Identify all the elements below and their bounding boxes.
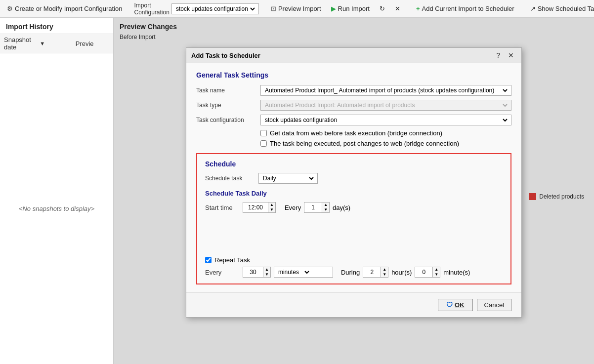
task-name-row: Task name Automated Product Import_ Auto… bbox=[196, 85, 511, 96]
every-minutes-input[interactable] bbox=[243, 268, 263, 277]
add-task-dialog: Add Task to Scheduler ? ✕ General Task S… bbox=[186, 47, 522, 318]
preview-col: Previe bbox=[76, 40, 109, 47]
during-h-up[interactable]: ▲ bbox=[381, 267, 388, 272]
task-name-select[interactable]: Automated Product Import_ Automated impo… bbox=[263, 86, 509, 94]
dialog-close-btn[interactable]: ✕ bbox=[506, 51, 516, 60]
web-after-label: The task being executed, post changes to… bbox=[270, 140, 459, 147]
every-min-up[interactable]: ▲ bbox=[263, 267, 270, 272]
ok-button[interactable]: 🛡 OK bbox=[438, 299, 473, 311]
start-time-arrows: ▲ ▼ bbox=[268, 202, 275, 212]
schedule-section: Schedule Schedule task Daily Weekly Mont… bbox=[196, 153, 511, 284]
add-scheduler-btn[interactable]: + Add Current Import to Scheduler bbox=[412, 3, 518, 14]
dialog-body: General Task Settings Task name Automate… bbox=[186, 63, 521, 292]
during-m-down[interactable]: ▼ bbox=[433, 272, 440, 277]
preview-icon: ⊡ bbox=[271, 5, 276, 12]
modal-overlay: Add Task to Scheduler ? ✕ General Task S… bbox=[114, 18, 594, 364]
run-import-btn[interactable]: ▶ Run Import bbox=[327, 3, 374, 14]
show-icon: ↗ bbox=[530, 5, 536, 12]
task-type-select: Automated Product Import: Automated impo… bbox=[263, 101, 509, 109]
start-time-down[interactable]: ▼ bbox=[268, 207, 275, 212]
task-name-control[interactable]: Automated Product Import_ Automated impo… bbox=[260, 85, 511, 96]
during-minutes-arrows: ▲ ▼ bbox=[432, 267, 440, 277]
start-time-spinner[interactable]: ▲ ▼ bbox=[243, 202, 276, 213]
preview-import-btn[interactable]: ⊡ Preview Import bbox=[267, 3, 325, 14]
preview-label: Preview Import bbox=[278, 5, 321, 12]
filter-icon: ▼ bbox=[40, 40, 73, 46]
start-time-input[interactable] bbox=[243, 203, 268, 212]
start-time-label: Start time bbox=[205, 204, 240, 211]
every-input[interactable] bbox=[304, 203, 322, 212]
repeat-task-row: Repeat Task bbox=[205, 256, 503, 264]
minutes-dropdown[interactable]: minutes hours bbox=[274, 267, 333, 278]
cancel-label: Cancel bbox=[484, 301, 504, 309]
task-type-row: Task type Automated Product Import: Auto… bbox=[196, 100, 511, 111]
minutes-suffix-label: minute(s) bbox=[443, 269, 470, 276]
every-down[interactable]: ▼ bbox=[322, 207, 329, 212]
every-arrows: ▲ ▼ bbox=[322, 202, 329, 212]
every-minutes-label: Every bbox=[205, 269, 240, 276]
ok-label: OK bbox=[455, 301, 465, 309]
start-time-up[interactable]: ▲ bbox=[268, 202, 275, 207]
every-minutes-arrows: ▲ ▼ bbox=[263, 267, 270, 277]
schedule-task-dropdown[interactable]: Daily Weekly Monthly Once bbox=[258, 173, 318, 184]
task-config-row: Task configuration stock updates configu… bbox=[196, 115, 511, 125]
during-hours-input[interactable] bbox=[363, 268, 381, 277]
during-minutes-input[interactable] bbox=[415, 268, 432, 277]
during-h-down[interactable]: ▼ bbox=[381, 272, 388, 277]
task-config-control[interactable]: stock updates configuration bbox=[260, 115, 511, 125]
dialog-help-btn[interactable]: ? bbox=[494, 51, 503, 60]
show-tasks-label: Show Scheduled Tasks bbox=[538, 5, 594, 12]
schedule-task-row: Schedule task Daily Weekly Monthly Once bbox=[205, 173, 503, 184]
cancel-button[interactable]: Cancel bbox=[477, 299, 511, 311]
refresh-btn[interactable]: ↻ bbox=[376, 3, 389, 14]
run-icon: ▶ bbox=[331, 5, 336, 12]
during-hours-spinner[interactable]: ▲ ▼ bbox=[363, 267, 388, 278]
every-spinner[interactable]: ▲ ▼ bbox=[304, 202, 330, 213]
import-history-title: Import History bbox=[0, 18, 113, 34]
schedule-task-label: Schedule task bbox=[205, 175, 255, 182]
schedule-title: Schedule bbox=[205, 160, 503, 168]
task-type-control: Automated Product Import: Automated impo… bbox=[260, 100, 511, 111]
schedule-task-select[interactable]: Daily Weekly Monthly Once bbox=[261, 174, 315, 182]
web-before-checkbox[interactable] bbox=[260, 130, 267, 136]
minutes-select[interactable]: minutes hours bbox=[276, 268, 311, 276]
right-panel: Preview Changes Before Import Deleted pr… bbox=[114, 18, 594, 364]
main-toolbar: ⚙ Create or Modify Import Configuration … bbox=[0, 0, 594, 18]
during-hours-arrows: ▲ ▼ bbox=[381, 267, 388, 277]
every-label: Every bbox=[285, 204, 301, 211]
task-type-label: Task type bbox=[196, 102, 260, 109]
every-minutes-spinner[interactable]: ▲ ▼ bbox=[243, 267, 271, 278]
stop-icon: ✕ bbox=[395, 5, 400, 12]
col-header: Snapshot date ▼ Previe bbox=[0, 34, 113, 53]
repeat-task-checkbox[interactable] bbox=[205, 257, 212, 263]
every-min-down[interactable]: ▼ bbox=[263, 272, 270, 277]
main-area: Import History Snapshot date ▼ Previe <N… bbox=[0, 18, 594, 364]
web-after-checkbox[interactable] bbox=[260, 140, 267, 147]
stop-btn[interactable]: ✕ bbox=[391, 3, 404, 14]
add-scheduler-label: Add Current Import to Scheduler bbox=[422, 5, 514, 12]
run-label: Run Import bbox=[338, 5, 370, 12]
schedule-spacer bbox=[205, 213, 503, 252]
web-before-row: Get data from web before task execution … bbox=[196, 129, 511, 137]
task-name-label: Task name bbox=[196, 87, 260, 94]
during-minutes-spinner[interactable]: ▲ ▼ bbox=[415, 267, 440, 278]
dialog-footer: 🛡 OK Cancel bbox=[186, 292, 521, 317]
general-settings-title: General Task Settings bbox=[196, 71, 511, 79]
every-up[interactable]: ▲ bbox=[322, 202, 329, 207]
import-config-label: Import Configuration bbox=[134, 2, 169, 16]
create-modify-btn[interactable]: ⚙ Create or Modify Import Configuration bbox=[3, 3, 126, 14]
create-modify-label: Create or Modify Import Configuration bbox=[15, 5, 122, 12]
repeat-task-label: Repeat Task bbox=[214, 256, 250, 264]
task-config-label: Task configuration bbox=[196, 117, 260, 123]
dialog-titlebar: Add Task to Scheduler ? ✕ bbox=[186, 48, 521, 63]
task-config-select[interactable]: stock updates configuration bbox=[263, 116, 509, 124]
dialog-title: Add Task to Scheduler bbox=[191, 52, 260, 59]
config-dropdown[interactable]: stock updates configuration bbox=[171, 3, 259, 14]
web-after-row: The task being executed, post changes to… bbox=[196, 140, 511, 147]
snapshot-date-col: Snapshot date bbox=[4, 36, 38, 51]
no-snapshots-msg: <No snapshots to display> bbox=[0, 53, 113, 364]
during-m-up[interactable]: ▲ bbox=[433, 267, 440, 272]
config-select[interactable]: stock updates configuration bbox=[174, 5, 256, 13]
during-label: During bbox=[341, 269, 360, 276]
show-tasks-btn[interactable]: ↗ Show Scheduled Tasks bbox=[526, 3, 594, 14]
